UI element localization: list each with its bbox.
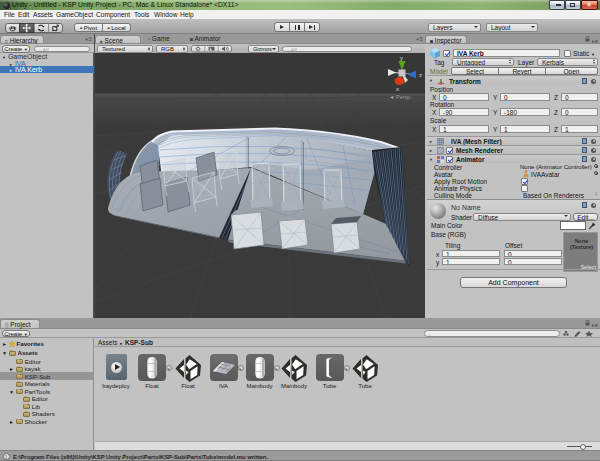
svg-text:x: x xyxy=(396,86,399,92)
svg-text:y: y xyxy=(400,55,403,61)
svg-text:z: z xyxy=(419,72,422,78)
svg-text:◄ Persp: ◄ Persp xyxy=(389,94,410,100)
